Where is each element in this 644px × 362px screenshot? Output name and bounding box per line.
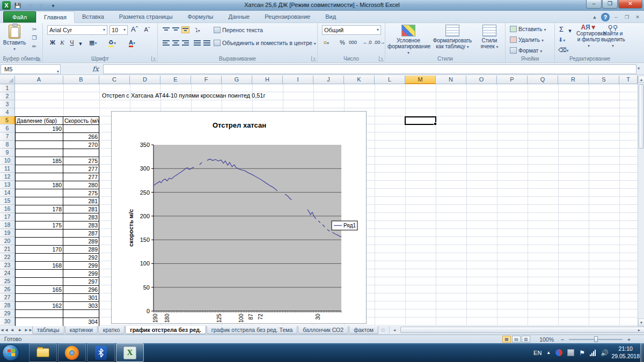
speed-cell[interactable]: 281	[63, 205, 99, 213]
underline-dropdown-icon[interactable]: ▾	[76, 39, 85, 48]
safely-remove-icon[interactable]	[567, 349, 574, 356]
paste-button[interactable]: Вставить ▾	[2, 25, 27, 52]
row-header-17[interactable]: 17	[0, 213, 15, 221]
italic-button[interactable]: К	[58, 38, 67, 47]
language-indicator[interactable]: EN	[533, 350, 541, 356]
zoom-out-icon[interactable]: −	[559, 336, 566, 343]
show-desktop-button[interactable]	[640, 343, 644, 362]
row-header-7[interactable]: 7	[0, 132, 15, 141]
pressure-cell[interactable]	[16, 294, 63, 302]
data-table[interactable]: Давление (бар)Скорость (м/с)190266270185…	[15, 116, 99, 326]
cell-styles-button[interactable]: Стили ячеек ▾	[475, 25, 503, 50]
scroll-down-icon[interactable]: ▼	[638, 319, 644, 326]
clear-icon[interactable]: ⌫▾	[557, 46, 570, 55]
accounting-format-icon[interactable]: ¤▾	[322, 38, 331, 47]
speed-cell[interactable]: 275	[63, 189, 99, 197]
scroll-right-icon[interactable]: ►	[635, 327, 643, 334]
sheet-tab-4[interactable]: график отстрела без ред. Тема	[207, 326, 297, 334]
column-header-T[interactable]: T	[619, 76, 638, 84]
zoom-slider-thumb[interactable]	[594, 336, 598, 342]
row-header-14[interactable]: 14	[0, 189, 15, 197]
pressure-cell[interactable]	[16, 254, 63, 262]
pressure-cell[interactable]: 165	[16, 286, 63, 294]
pressure-cell[interactable]: 175	[16, 221, 63, 230]
scroll-up-icon[interactable]: ▲	[638, 76, 644, 83]
help-icon[interactable]: ?	[601, 13, 610, 21]
format-cells-button[interactable]: Формат ▾	[510, 47, 542, 54]
column-header-F[interactable]: F	[191, 76, 222, 84]
bold-button[interactable]: Ж	[48, 38, 57, 47]
ribbon-tab-file[interactable]: Файл	[3, 11, 36, 23]
pressure-cell[interactable]	[16, 318, 63, 326]
last-sheet-icon[interactable]: ►►	[24, 326, 32, 334]
sheet-tab-5[interactable]: баллончик СО2	[298, 326, 348, 334]
align-right-icon[interactable]	[181, 39, 189, 46]
increase-decimal-icon[interactable]: ←.0	[362, 38, 373, 47]
fill-icon[interactable]: ⬇▾	[557, 35, 566, 45]
action-center-flag-icon[interactable]: ⚑	[579, 349, 585, 357]
align-middle-icon[interactable]	[172, 26, 180, 33]
scroll-left-icon[interactable]: ◄	[391, 327, 398, 334]
row-header-6[interactable]: 6	[0, 124, 15, 132]
minimize-button[interactable]: –	[586, 0, 602, 9]
speed-cell[interactable]: 304	[63, 318, 99, 326]
font-dialog-launcher[interactable]: ↘	[151, 56, 156, 61]
format-painter-icon[interactable]: ✏	[30, 43, 39, 50]
zoom-in-icon[interactable]: +	[626, 336, 632, 343]
pressure-cell[interactable]	[16, 189, 63, 197]
row-header-26[interactable]: 26	[0, 285, 15, 293]
column-header-J[interactable]: J	[313, 76, 344, 84]
pressure-cell[interactable]	[16, 270, 63, 278]
number-dialog-launcher[interactable]: ↘	[379, 56, 384, 61]
column-header-R[interactable]: R	[558, 76, 589, 84]
speed-cell[interactable]: 292	[63, 254, 99, 262]
speed-cell[interactable]	[63, 125, 99, 133]
format-as-table-button[interactable]: Форматировать как таблицу ▾	[431, 25, 473, 50]
speed-cell[interactable]: 277	[63, 173, 99, 181]
volume-icon[interactable]: 🔊	[601, 349, 609, 357]
insert-worksheet-icon[interactable]: □	[379, 326, 387, 334]
row-header-27[interactable]: 27	[0, 293, 15, 301]
row-header-12[interactable]: 12	[0, 173, 15, 181]
ribbon-tab-5[interactable]: Данные	[221, 11, 257, 23]
row-header-13[interactable]: 13	[0, 181, 15, 189]
sort-filter-button[interactable]: АЯ▼ Сортировка и фильтр ▾	[576, 25, 601, 49]
row-header-18[interactable]: 18	[0, 221, 15, 229]
pressure-cell[interactable]: 190	[16, 125, 63, 133]
speed-cell[interactable]: 281	[63, 197, 99, 205]
row-header-1[interactable]: 1	[0, 84, 15, 92]
column-header-B[interactable]: B	[63, 76, 99, 84]
collapse-ribbon-icon[interactable]: ▲	[590, 13, 599, 21]
comma-style-icon[interactable]: 000	[348, 38, 358, 47]
row-header-23[interactable]: 23	[0, 261, 15, 269]
pressure-cell[interactable]	[16, 165, 63, 173]
horizontal-scrollbar[interactable]: ◄ ►	[389, 326, 644, 334]
row-header-28[interactable]: 28	[0, 301, 15, 309]
speed-cell[interactable]: 283	[63, 221, 99, 230]
column-header-G[interactable]: G	[222, 76, 252, 84]
pressure-cell[interactable]	[16, 173, 63, 181]
column-header-I[interactable]: I	[283, 76, 313, 84]
antivirus-icon[interactable]	[555, 349, 562, 356]
select-all-corner[interactable]	[0, 76, 15, 84]
row-header-9[interactable]: 9	[0, 149, 15, 157]
ribbon-tab-3[interactable]: Разметка страницы	[112, 11, 180, 23]
network-icon[interactable]	[590, 350, 596, 356]
decrease-decimal-icon[interactable]: .00→	[372, 38, 386, 47]
row-header-25[interactable]: 25	[0, 277, 15, 285]
row-header-15[interactable]: 15	[0, 197, 15, 205]
speed-cell[interactable]: 289	[63, 238, 99, 246]
row-header-21[interactable]: 21	[0, 245, 15, 253]
pressure-cell[interactable]	[16, 278, 63, 286]
pressure-header-cell[interactable]: Давление (бар)	[16, 117, 63, 125]
column-header-D[interactable]: D	[130, 76, 160, 84]
pressure-cell[interactable]: 162	[16, 302, 63, 310]
column-header-N[interactable]: N	[436, 76, 466, 84]
ribbon-tab-4[interactable]: Формулы	[180, 11, 221, 23]
pressure-cell[interactable]: 170	[16, 246, 63, 254]
pressure-cell[interactable]	[16, 230, 63, 238]
wrap-text-button[interactable]: Перенос текста	[214, 27, 263, 33]
first-sheet-icon[interactable]: ◄◄	[0, 326, 8, 334]
row-header-16[interactable]: 16	[0, 205, 15, 213]
font-color-icon[interactable]: A▾	[128, 38, 136, 47]
